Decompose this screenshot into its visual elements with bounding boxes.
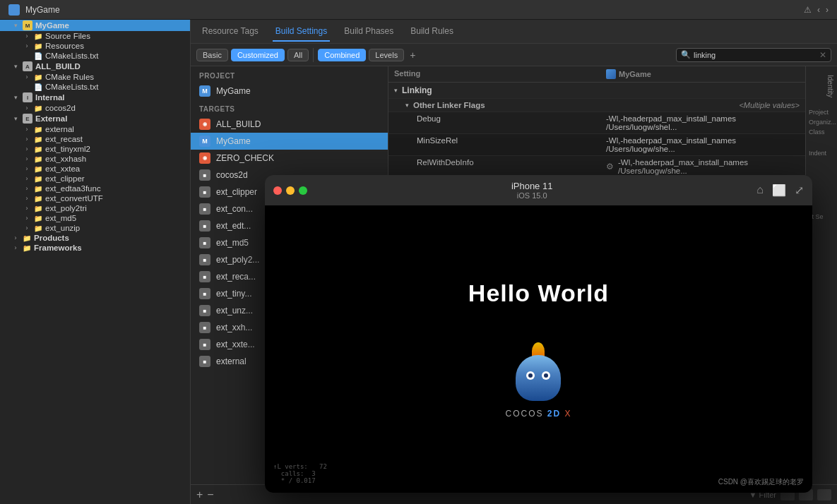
table-row-minsizerel[interactable]: MinSizeRel -Wl,-headerpad_max_install_na… — [388, 134, 805, 156]
sidebar-label-ext-clipper: ext_clipper — [45, 174, 85, 183]
tab-build-settings[interactable]: Build Settings — [273, 22, 330, 42]
search-clear-button[interactable]: ✕ — [819, 50, 826, 60]
search-icon: 🔍 — [681, 50, 691, 59]
disclosure-external — [11, 114, 20, 123]
traffic-close-button[interactable] — [273, 186, 282, 195]
panel-item-mygame-project[interactable]: M MyGame — [191, 83, 388, 100]
sidebar-item-external[interactable]: E External — [0, 113, 190, 124]
sidebar-item-mygame[interactable]: M MyGame — [0, 20, 190, 31]
ext-clipper-icon: 📁 — [34, 175, 42, 183]
sidebar-item-cmakelists[interactable]: 📄 CMakeLists.txt — [0, 51, 190, 61]
disclosure-external-sub — [23, 125, 31, 133]
sidebar-item-products[interactable]: 📁 Products — [0, 233, 190, 243]
panel-label-mygame-target: MyGame — [216, 136, 251, 146]
levels-button[interactable]: Levels — [369, 49, 404, 61]
products-icon: 📁 — [23, 234, 31, 242]
sidebar-label-cmakelists2: CMakeLists.txt — [45, 83, 98, 91]
all-button[interactable]: All — [287, 49, 309, 61]
panel-label-all-build: ALL_BUILD — [216, 119, 261, 129]
panel-item-all-build[interactable]: ◉ ALL_BUILD — [191, 116, 388, 133]
top-bar: MyGame ⚠ ‹ › — [0, 0, 837, 20]
panel-label-ext-tiny-target: ext_tiny... — [216, 289, 251, 299]
sidebar-item-ext-convertutf[interactable]: 📁 ext_convertUTF — [0, 193, 190, 203]
sidebar-label-frameworks: Frameworks — [34, 244, 82, 252]
panel-item-zero-check[interactable]: ◉ ZERO_CHECK — [191, 150, 388, 167]
sidebar-item-ext-recast[interactable]: 📁 ext_recast — [0, 134, 190, 144]
add-setting-button[interactable]: + — [407, 49, 418, 61]
sidebar-item-ext-unzip[interactable]: 📁 ext_unzip — [0, 223, 190, 233]
sidebar-label-cmakelists: CMakeLists.txt — [45, 52, 98, 60]
search-input[interactable] — [694, 51, 817, 59]
sidebar-label-ext-xxhash: ext_xxhash — [45, 155, 86, 163]
org-field-partial: Organiz... — [809, 119, 834, 126]
sidebar-label-cmake-rules: CMake Rules — [45, 73, 94, 81]
cocos2d-icon: 📁 — [34, 104, 42, 112]
remove-button[interactable]: − — [207, 488, 213, 501]
sidebar-item-cocos2d[interactable]: 📁 cocos2d — [0, 103, 190, 113]
disclosure-ext-xxhash — [23, 155, 31, 163]
disclosure-all-build — [11, 62, 20, 71]
cell-value-relwithdebinfo: ⚙ -Wl,-headerpad_max_install_names /User… — [606, 158, 800, 175]
sidebar-item-cmakelists2[interactable]: 📄 CMakeLists.txt — [0, 82, 190, 92]
sidebar-item-source-files[interactable]: 📁 Source Files — [0, 31, 190, 41]
mygame-group-icon: M — [23, 20, 32, 30]
tab-build-phases[interactable]: Build Phases — [341, 22, 396, 42]
sidebar-item-cmake-rules[interactable]: 📁 CMake Rules — [0, 72, 190, 82]
sidebar-item-resources[interactable]: 📁 Resources — [0, 41, 190, 51]
sidebar-item-all-build[interactable]: A ALL_BUILD — [0, 61, 190, 72]
sidebar-item-ext-xxtea[interactable]: 📁 ext_xxtea — [0, 164, 190, 174]
combined-button[interactable]: Combined — [318, 49, 366, 61]
ext-poly2-target-icon: ■ — [199, 254, 210, 265]
settings-toolbar: Basic Customized All Combined Levels + 🔍… — [191, 44, 837, 66]
sidebar-item-frameworks[interactable]: 📁 Frameworks — [0, 243, 190, 253]
sidebar-item-ext-clipper[interactable]: 📁 ext_clipper — [0, 174, 190, 184]
panel-label-ext-xxte-target: ext_xxte... — [216, 340, 255, 349]
text-sep-partial: xt Se — [809, 213, 834, 220]
mygame-col-icon — [606, 69, 616, 79]
table-row-debug[interactable]: Debug -Wl,-headerpad_max_install_names /… — [388, 112, 805, 134]
ext-xxhash-icon: 📁 — [34, 155, 42, 163]
step-button[interactable] — [817, 489, 831, 500]
disclosure-internal — [11, 93, 20, 102]
basic-button[interactable]: Basic — [196, 49, 228, 61]
top-bar-title: MyGame — [25, 5, 60, 15]
traffic-minimize-button[interactable] — [286, 186, 295, 195]
sidebar-item-ext-md5[interactable]: 📁 ext_md5 — [0, 213, 190, 223]
watermark: CSDN @喜欢踢足球的老罗 — [718, 477, 804, 487]
home-button[interactable]: ⌂ — [756, 184, 764, 197]
sidebar-item-ext-edtaa3func[interactable]: 📁 ext_edtaa3func — [0, 184, 190, 193]
customized-button[interactable]: Customized — [231, 49, 285, 61]
disclosure-resources — [23, 42, 31, 50]
ext-clipper-target-icon: ■ — [199, 186, 210, 198]
zero-check-icon: ◉ — [199, 152, 210, 164]
cocos-mascot-container: COCOS 2D X — [505, 342, 571, 419]
sidebar-label-external-sub: external — [45, 125, 74, 133]
sidebar-item-ext-xxhash[interactable]: 📁 ext_xxhash — [0, 154, 190, 164]
internal-icon: I — [23, 92, 32, 102]
tab-resource-tags[interactable]: Resource Tags — [199, 22, 261, 42]
tab-build-rules[interactable]: Build Rules — [408, 22, 456, 42]
sidebar-label-ext-poly2tri: ext_poly2tri — [45, 204, 87, 212]
app-icon — [8, 4, 20, 16]
disclosure-ext-recast — [23, 135, 31, 143]
nav-left[interactable]: ‹ — [817, 5, 820, 15]
multiple-values-label: <Multiple values> — [739, 101, 800, 109]
sidebar-item-external-sub[interactable]: 📁 external — [0, 124, 190, 134]
rotate-button[interactable]: ⤢ — [795, 184, 804, 197]
panel-item-mygame-target[interactable]: M MyGame — [191, 133, 388, 150]
sidebar-label-ext-tinyxml2: ext_tinyxml2 — [45, 145, 90, 153]
section-disclosure-linking: ▾ — [394, 87, 398, 94]
subsection-other-linker-flags[interactable]: ▾ Other Linker Flags <Multiple values> — [388, 99, 805, 112]
ext-tiny-target-icon: ■ — [199, 288, 210, 299]
sidebar-label-products: Products — [34, 234, 69, 242]
sidebar-item-internal[interactable]: I Internal — [0, 92, 190, 103]
section-linking[interactable]: ▾ Linking — [388, 83, 805, 99]
mascot-body — [516, 355, 561, 401]
sidebar-item-ext-tinyxml2[interactable]: 📁 ext_tinyxml2 — [0, 144, 190, 154]
screenshot-button[interactable]: ⬜ — [772, 184, 786, 197]
disclosure-ext-xxtea — [23, 164, 31, 173]
sidebar-item-ext-poly2tri[interactable]: 📁 ext_poly2tri — [0, 203, 190, 213]
nav-right[interactable]: › — [826, 5, 829, 15]
traffic-maximize-button[interactable] — [299, 186, 307, 195]
add-button[interactable]: + — [196, 488, 203, 501]
